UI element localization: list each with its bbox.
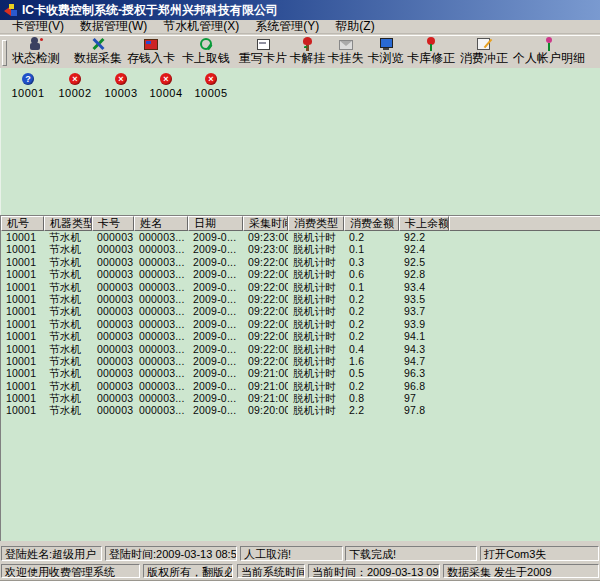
table-row[interactable]: 10001节水机000003000003...2009-0...09:23:00… — [1, 231, 600, 243]
toolbar-button-label: 卡解挂 — [290, 51, 326, 66]
table-cell: 节水机 — [44, 355, 92, 367]
table-row[interactable]: 10001节水机000003000003...2009-0...09:22:00… — [1, 355, 600, 367]
menu-item-1[interactable]: 卡管理(V) — [4, 20, 72, 33]
table-cell: 09:21:00 — [243, 380, 288, 392]
column-header-7[interactable]: 消费类型 — [288, 216, 344, 231]
toolbar-button-9[interactable]: 卡库修正 — [407, 36, 455, 68]
table-cell: 节水机 — [44, 380, 92, 392]
column-header-2[interactable]: 机器类型 — [44, 216, 92, 231]
table-row[interactable]: 10001节水机000003000003...2009-0...09:22:00… — [1, 305, 600, 317]
column-header-5[interactable]: 日期 — [188, 216, 243, 231]
machine-id-label: 10002 — [58, 87, 91, 99]
table-cell: 10001 — [1, 256, 44, 268]
table-cell: 节水机 — [44, 281, 92, 293]
table-cell: 000003... — [134, 367, 188, 379]
table-cell: 96.3 — [399, 367, 449, 379]
table-cell: 节水机 — [44, 256, 92, 268]
table-cell: 节水机 — [44, 243, 92, 255]
table-row[interactable]: 10001节水机000003000003...2009-0...09:22:00… — [1, 293, 600, 305]
table-cell: 96.8 — [399, 380, 449, 392]
machine-indicator-10005[interactable]: ×10005 — [189, 73, 233, 99]
column-header-3[interactable]: 卡号 — [92, 216, 134, 231]
table-row[interactable]: 10001节水机000003000003...2009-0...09:20:00… — [1, 404, 600, 416]
column-header-1[interactable]: 机号 — [1, 216, 44, 231]
table-cell: 94.7 — [399, 355, 449, 367]
consume-reverse-icon — [476, 37, 492, 51]
table-cell: 000003... — [134, 380, 188, 392]
table-row[interactable]: 10001节水机000003000003...2009-0...09:23:00… — [1, 243, 600, 255]
toolbar-button-7[interactable]: 卡挂失 — [327, 36, 364, 68]
withdraw-from-card-icon — [198, 37, 214, 51]
table-cell: 脱机计时 — [288, 404, 344, 416]
table-cell: 节水机 — [44, 305, 92, 317]
table-cell: 000003 — [92, 268, 134, 280]
table-cell: 10001 — [1, 355, 44, 367]
table-row[interactable]: 10001节水机000003000003...2009-0...09:22:00… — [1, 281, 600, 293]
toolbar-button-3[interactable]: 存钱入卡 — [127, 36, 175, 68]
app-icon[interactable] — [4, 4, 18, 17]
toolbar-button-5[interactable]: 重写卡片 — [239, 36, 287, 68]
column-header-4[interactable]: 姓名 — [134, 216, 188, 231]
menu-item-2[interactable]: 数据管理(W) — [72, 20, 155, 33]
data-grid: 机号机器类型卡号姓名日期采集时间消费类型消费金额卡上余额 10001节水机000… — [0, 215, 600, 541]
table-cell: 脱机计时 — [288, 281, 344, 293]
table-cell: 93.5 — [399, 293, 449, 305]
table-row[interactable]: 10001节水机000003000003...2009-0...09:21:00… — [1, 367, 600, 379]
table-cell: 脱机计时 — [288, 318, 344, 330]
table-cell: 10001 — [1, 243, 44, 255]
toolbar-button-6[interactable]: 卡解挂 — [289, 36, 326, 68]
machine-id-label: 10003 — [104, 87, 137, 99]
table-cell: 000003 — [92, 256, 134, 268]
table-cell: 10001 — [1, 380, 44, 392]
table-cell: 09:22:00 — [243, 355, 288, 367]
table-cell: 0.6 — [344, 268, 399, 280]
table-cell: 09:20:00 — [243, 404, 288, 416]
table-row[interactable]: 10001节水机000003000003...2009-0...09:22:00… — [1, 256, 600, 268]
toolbar-button-2[interactable]: 数据采集 — [74, 36, 122, 68]
toolbar-button-10[interactable]: 消费冲正 — [460, 36, 508, 68]
table-cell: 000003 — [92, 281, 134, 293]
table-cell: 10001 — [1, 293, 44, 305]
table-row[interactable]: 10001节水机000003000003...2009-0...09:22:00… — [1, 318, 600, 330]
menu-item-3[interactable]: 节水机管理(X) — [155, 20, 247, 33]
machine-indicator-10001[interactable]: ?10001 — [6, 73, 50, 99]
column-header-9[interactable]: 卡上余额 — [399, 216, 449, 231]
menu-item-4[interactable]: 系统管理(Y) — [247, 20, 327, 33]
table-cell: 2009-0... — [188, 318, 243, 330]
table-row[interactable]: 10001节水机000003000003...2009-0...09:22:00… — [1, 343, 600, 355]
table-cell: 000003 — [92, 343, 134, 355]
toolbar-button-label: 卡浏览 — [368, 51, 404, 66]
table-cell: 2009-0... — [188, 330, 243, 342]
card-db-fix-icon — [423, 37, 439, 51]
toolbar-button-4[interactable]: 卡上取钱 — [182, 36, 230, 68]
table-cell: 脱机计时 — [288, 367, 344, 379]
toolbar-button-1[interactable]: 状态检测 — [12, 36, 60, 68]
menu-item-5[interactable]: 帮助(Z) — [327, 20, 382, 33]
toolbar-grip[interactable] — [2, 40, 7, 66]
table-cell: 000003... — [134, 330, 188, 342]
column-header-6[interactable]: 采集时间 — [243, 216, 288, 231]
table-cell: 000003... — [134, 231, 188, 243]
table-cell: 10001 — [1, 392, 44, 404]
table-row[interactable]: 10001节水机000003000003...2009-0...09:21:00… — [1, 392, 600, 404]
table-cell: 0.2 — [344, 380, 399, 392]
table-row[interactable]: 10001节水机000003000003...2009-0...09:22:00… — [1, 268, 600, 280]
login-name-panel: 登陆姓名:超级用户 — [1, 546, 102, 561]
table-row[interactable]: 10001节水机000003000003...2009-0...09:21:00… — [1, 380, 600, 392]
machine-indicator-10003[interactable]: ×10003 — [99, 73, 143, 99]
table-cell: 0.1 — [344, 243, 399, 255]
toolbar-button-8[interactable]: 卡浏览 — [367, 36, 404, 68]
table-row[interactable]: 10001节水机000003000003...2009-0...09:22:00… — [1, 330, 600, 342]
table-cell: 2009-0... — [188, 268, 243, 280]
window-title: IC卡收费控制系统-授权于郑州兴邦科技有限公司 — [22, 2, 278, 19]
column-header-8[interactable]: 消费金额 — [344, 216, 399, 231]
status-bar-bottom: 欢迎使用收费管理系统版权所有，翻版必究当前系统时间当前时间：2009-03-13… — [0, 563, 600, 581]
machine-indicator-10002[interactable]: ×10002 — [53, 73, 97, 99]
machine-id-label: 10005 — [194, 87, 227, 99]
table-cell: 2009-0... — [188, 355, 243, 367]
table-cell: 脱机计时 — [288, 355, 344, 367]
table-cell: 000003 — [92, 367, 134, 379]
toolbar-button-11[interactable]: 个人帐户明细 — [512, 36, 586, 68]
machine-indicator-10004[interactable]: ×10004 — [144, 73, 188, 99]
machine-offline-icon: × — [69, 73, 81, 85]
